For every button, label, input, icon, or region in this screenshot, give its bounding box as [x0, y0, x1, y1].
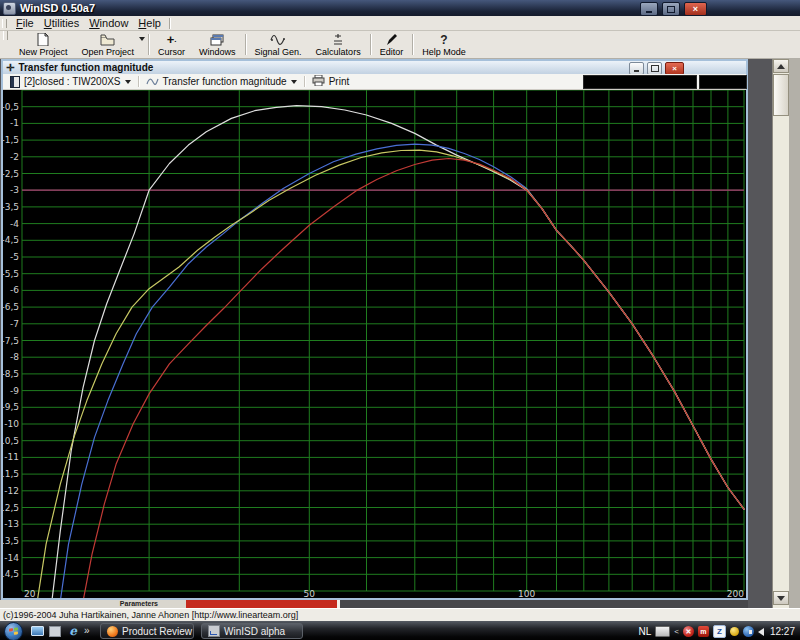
editor-button[interactable]: Editor — [373, 31, 411, 58]
tray-zonealarm-icon[interactable]: Z — [713, 625, 726, 638]
cursor-readout-box — [583, 75, 697, 89]
status-text: (c)1996-2004 Juha Hartikainen, Janne Aho… — [3, 610, 298, 620]
volume-icon[interactable] — [758, 628, 764, 636]
mdi-vertical-scrollbar[interactable] — [772, 59, 790, 608]
windows-icon — [210, 33, 224, 46]
app-icon — [3, 2, 16, 15]
y-axis-tick-label: -4 — [10, 219, 19, 229]
scrollbar-thumb[interactable] — [773, 74, 789, 116]
tray-red-status-icon[interactable]: ✕ — [683, 626, 694, 637]
scroll-up-button[interactable] — [773, 59, 789, 73]
signal-gen-button[interactable]: Signal Gen. — [248, 31, 309, 58]
child-toolbar: [2]closed : TIW200XS Transfer function m… — [3, 74, 746, 90]
menubar-band-separator — [169, 18, 170, 29]
red-curve — [83, 159, 744, 599]
child-toolbar-separator — [304, 76, 305, 87]
x-axis-tick-label: 200 — [727, 589, 744, 598]
y-axis-tick-label: -14,5 — [3, 569, 19, 579]
signal-generator-icon — [270, 33, 286, 46]
y-axis-tick-label: -3,5 — [3, 202, 19, 212]
help-mode-button[interactable]: ? Help Mode — [415, 31, 473, 58]
y-axis-tick-label: -5,5 — [3, 269, 19, 279]
quick-launch-window-button[interactable] — [48, 624, 62, 638]
tray-ati-icon[interactable]: m — [698, 626, 709, 637]
windows-button[interactable]: Windows — [192, 31, 243, 58]
toolbar-separator — [370, 34, 371, 55]
toolbar-separator — [245, 34, 246, 55]
open-project-button[interactable]: Open Project — [75, 31, 147, 58]
y-axis-tick-label: -1 — [10, 118, 19, 128]
window-icon — [49, 626, 61, 637]
editor-icon — [385, 33, 397, 46]
curve-icon — [146, 76, 159, 88]
tray-yellow-status-icon[interactable] — [730, 627, 739, 636]
new-project-button[interactable]: New Project — [12, 31, 75, 58]
close-button[interactable]: × — [684, 2, 707, 16]
help-mode-icon: ? — [440, 33, 447, 46]
project-combobox[interactable]: [2]closed : TIW200XS — [7, 76, 134, 88]
calculators-button[interactable]: Calculators — [309, 31, 368, 58]
parameters-strip-red-bar — [186, 600, 337, 608]
monitor-icon — [31, 626, 44, 636]
taskbar-button-label: Product Review - M... — [122, 626, 194, 637]
graph-type-combobox[interactable]: Transfer function magnitude — [143, 76, 300, 88]
x-axis-tick-label: 50 — [304, 589, 316, 598]
keyboard-icon[interactable] — [655, 626, 670, 637]
chart-area: -0,5-1-1,5-2-2,5-3-3,5-4-4,5-5-5,5-6-6,5… — [3, 90, 746, 598]
maximize-button[interactable] — [662, 2, 680, 16]
winisd-icon — [208, 625, 220, 637]
menu-utilities[interactable]: Utilities — [39, 17, 84, 29]
menu-file[interactable]: File — [11, 17, 39, 29]
x-axis-tick-label: 100 — [518, 589, 535, 598]
start-button[interactable] — [4, 622, 23, 640]
taskbar-button-firefox[interactable]: Product Review - M... — [100, 623, 194, 639]
parameters-window-strip: Parameters — [0, 600, 748, 608]
print-button[interactable]: Print — [309, 75, 353, 88]
y-axis-tick-label: -14 — [4, 553, 19, 563]
y-axis-tick-label: -2,5 — [3, 169, 19, 179]
y-axis-tick-label: -9,5 — [3, 402, 19, 412]
menu-window[interactable]: Window — [84, 17, 133, 29]
scroll-down-button[interactable] — [773, 591, 789, 605]
app-title: WinISD 0.50a7 — [20, 2, 95, 14]
windows-flag-icon — [9, 627, 18, 636]
signal-gen-label: Signal Gen. — [255, 47, 302, 57]
taskbar-clock[interactable]: 12:27 — [770, 626, 795, 637]
transfer-function-window: ✛ Transfer function magnitude × [2]close… — [1, 59, 748, 600]
cursor-button[interactable]: +. Cursor — [151, 31, 192, 58]
help-mode-label: Help Mode — [422, 47, 466, 57]
y-axis-tick-label: -1,5 — [3, 135, 19, 145]
menubar-grip[interactable] — [2, 19, 7, 28]
main-toolbar: New Project Open Project +. Cursor Windo… — [0, 31, 800, 59]
firefox-icon — [107, 626, 118, 637]
tray-collapse-chevron[interactable]: < — [674, 627, 679, 636]
y-axis-tick-label: -0,5 — [3, 102, 19, 112]
y-axis-tick-label: -13 — [4, 519, 19, 529]
app-titlebar[interactable]: WinISD 0.50a7 × — [0, 0, 800, 16]
chevron-down-icon — [125, 80, 131, 84]
language-indicator[interactable]: NL — [639, 626, 652, 637]
quick-launch-overflow-chevron[interactable]: » — [84, 625, 90, 636]
y-axis-tick-label: -10 — [4, 419, 19, 429]
open-project-dropdown-icon[interactable] — [139, 37, 145, 41]
internet-explorer-icon: e — [69, 624, 77, 638]
parameters-window-title[interactable]: Parameters — [0, 600, 186, 608]
desktop: WinISD 0.50a7 × File Utilities Window He… — [0, 0, 800, 640]
taskbar: e » Product Review - M... WinISD alpha N… — [0, 621, 800, 640]
show-desktop-button[interactable] — [30, 624, 44, 638]
y-axis-tick-label: -9 — [10, 386, 19, 396]
y-axis-tick-label: -11 — [4, 452, 19, 462]
transfer-chart: -0,5-1-1,5-2-2,5-3-3,5-4-4,5-5-5,5-6-6,5… — [3, 90, 746, 598]
menu-help[interactable]: Help — [133, 17, 166, 29]
taskbar-button-winisd[interactable]: WinISD alpha — [201, 623, 303, 639]
maximize-icon — [651, 65, 659, 72]
blue-curve — [60, 144, 744, 598]
new-project-label: New Project — [19, 47, 68, 57]
toolbar-grip[interactable] — [3, 31, 8, 40]
y-axis-tick-label: -11,5 — [3, 469, 19, 479]
minimize-button[interactable] — [640, 2, 658, 16]
child-titlebar[interactable]: ✛ Transfer function magnitude × — [3, 61, 746, 74]
y-axis-tick-label: -7 — [10, 319, 19, 329]
x-axis-tick-label: 20 — [24, 589, 36, 598]
internet-explorer-button[interactable]: e — [66, 624, 80, 638]
